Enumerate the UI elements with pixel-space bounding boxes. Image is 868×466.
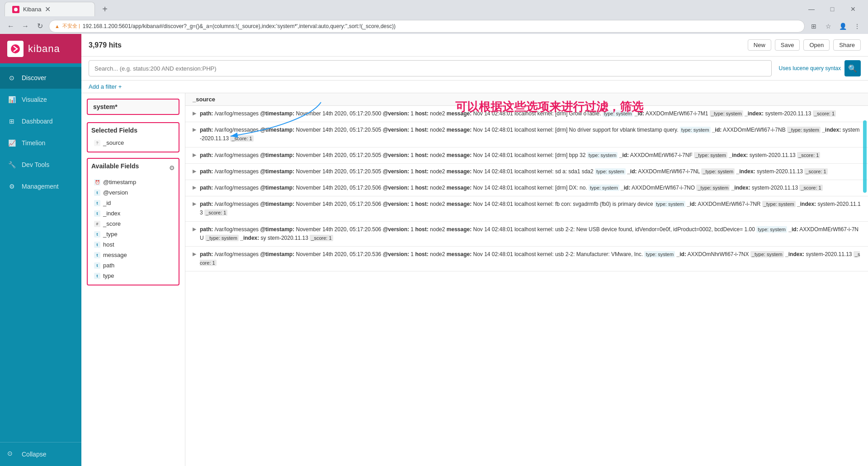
bookmark-button[interactable]: ☆ (823, 21, 834, 32)
field-type-t-icon-id: t (94, 200, 100, 206)
topbar-actions: New Save Open Share (748, 39, 861, 51)
field-item-index[interactable]: t _index (91, 208, 175, 219)
field-name-score: _score (103, 220, 121, 227)
search-button[interactable]: 🔍 (844, 60, 861, 76)
back-button[interactable]: ← (5, 21, 16, 32)
sidebar-item-discover[interactable]: ⊙ Discover (0, 67, 81, 89)
timelion-icon: 📈 (7, 138, 16, 147)
browser-tab[interactable]: Kibana ✕ (5, 2, 95, 16)
minimize-button[interactable]: — (801, 2, 822, 16)
field-item-id[interactable]: t _id (91, 198, 175, 208)
field-type-t-icon-type: t (94, 231, 100, 238)
field-name-host: host (103, 241, 114, 248)
index-pattern-box[interactable]: system* (87, 99, 179, 115)
log-entry-5-header[interactable]: ▶ path: /var/log/messages @timestamp: No… (185, 180, 868, 196)
entry-expand-icon-6[interactable]: ▶ (193, 201, 196, 207)
entry-expand-icon-3[interactable]: ▶ (193, 152, 196, 158)
field-item-version[interactable]: t @version (91, 187, 175, 198)
field-item-source[interactable]: ? _source (91, 138, 175, 148)
sidebar-item-devtools[interactable]: 🔧 Dev Tools (0, 154, 81, 176)
field-item-type2[interactable]: t type (91, 271, 175, 281)
entry-expand-icon-2[interactable]: ▶ (193, 127, 196, 133)
results-panel: 可以根据这些选项来进行过滤，筛选 _source (185, 93, 868, 466)
maximize-button[interactable]: □ (822, 2, 843, 16)
log-entry-8-header[interactable]: ▶ path: /var/log/messages @timestamp: No… (185, 247, 868, 271)
scrollbar-thumb[interactable] (863, 120, 867, 193)
url-bar[interactable]: ▲ 不安全 | 192.168.1.200:5601/app/kibana#/d… (49, 20, 805, 33)
refresh-button[interactable]: ↻ (34, 21, 45, 32)
field-name-type2: type (103, 272, 114, 279)
field-item-host[interactable]: t host (91, 239, 175, 250)
field-name-path: path (103, 262, 114, 269)
index-pattern-text: system* (93, 103, 118, 110)
devtools-icon: 🔧 (7, 160, 16, 169)
log-entry-1-content: path: /var/log/messages @timestamp: Nove… (200, 109, 861, 118)
url-prefix: 不安全 | (62, 23, 80, 29)
collapse-button[interactable]: ⊙ Collapse (7, 450, 74, 459)
field-item-score[interactable]: # _score (91, 219, 175, 229)
log-entry-5: ▶ path: /var/log/messages @timestamp: No… (185, 180, 868, 196)
entry-expand-icon-7[interactable]: ▶ (193, 226, 196, 232)
sidebar-item-timelion[interactable]: 📈 Timelion (0, 132, 81, 154)
main-content: 3,979 hits New Save Open Share Uses luce… (81, 34, 868, 466)
available-fields-header: Available Fields ⚙ (91, 162, 175, 173)
sidebar-bottom: ⊙ Collapse (0, 442, 81, 466)
field-type-t-icon-type2: t (94, 273, 100, 279)
entry-expand-icon-4[interactable]: ▶ (193, 168, 196, 174)
new-tab-button[interactable]: + (99, 3, 111, 15)
available-fields-title: Available Fields (91, 162, 139, 170)
forward-button[interactable]: → (20, 21, 31, 32)
log-entry-6-header[interactable]: ▶ path: /var/log/messages @timestamp: No… (185, 196, 868, 221)
app-container: kibana ⊙ Discover 📊 Visualize ⊞ Dashboar… (0, 34, 868, 466)
field-type-t-icon-index: t (94, 210, 100, 217)
entry-expand-icon-8[interactable]: ▶ (193, 251, 196, 257)
log-entry-2-header[interactable]: ▶ path: /var/log/messages @timestamp: No… (185, 122, 868, 147)
log-entry-4: ▶ path: /var/log/messages @timestamp: No… (185, 164, 868, 180)
browser-chrome: Kibana ✕ + — □ ✕ ← → ↻ ▲ 不安全 | 192.168.1… (0, 0, 868, 34)
available-fields-section: Available Fields ⚙ ⏰ @timestamp t @versi… (87, 158, 179, 285)
entry-expand-icon-1[interactable]: ▶ (193, 110, 196, 116)
sidebar-item-visualize[interactable]: 📊 Visualize (0, 89, 81, 110)
field-item-timestamp[interactable]: ⏰ @timestamp (91, 177, 175, 187)
log-entry-4-header[interactable]: ▶ path: /var/log/messages @timestamp: No… (185, 164, 868, 180)
entry-expand-icon-5[interactable]: ▶ (193, 185, 196, 190)
svg-point-0 (11, 44, 20, 53)
save-button[interactable]: Save (775, 39, 800, 51)
collapse-label: Collapse (22, 451, 46, 458)
tab-close-button[interactable]: ✕ (45, 5, 51, 14)
menu-button[interactable]: ⋮ (852, 21, 863, 32)
sidebar-item-timelion-label: Timelion (22, 139, 45, 147)
log-entry-1-header[interactable]: ▶ path: /var/log/messages @timestamp: No… (185, 106, 868, 122)
sidebar-item-dashboard-label: Dashboard (22, 118, 53, 125)
field-item-type[interactable]: t _type (91, 229, 175, 239)
new-button[interactable]: New (748, 39, 771, 51)
log-entry-3-header[interactable]: ▶ path: /var/log/messages @timestamp: No… (185, 147, 868, 163)
log-entry-3-content: path: /var/log/messages @timestamp: Nove… (200, 151, 861, 160)
field-name-version: @version (103, 189, 128, 196)
field-item-path[interactable]: t path (91, 260, 175, 271)
address-bar: ← → ↻ ▲ 不安全 | 192.168.1.200:5601/app/kib… (0, 18, 868, 34)
visualize-icon: 📊 (7, 95, 16, 104)
profile-button[interactable]: 👤 (837, 21, 848, 32)
add-filter-button[interactable]: Add a filter + (89, 83, 861, 90)
sidebar-item-management[interactable]: ⚙ Management (0, 176, 81, 197)
close-button[interactable]: ✕ (843, 2, 863, 16)
log-entry-7-header[interactable]: ▶ path: /var/log/messages @timestamp: No… (185, 222, 868, 246)
log-entry-8: ▶ path: /var/log/messages @timestamp: No… (185, 247, 868, 271)
sidebar-nav: ⊙ Discover 📊 Visualize ⊞ Dashboard 📈 Tim… (0, 63, 81, 442)
log-entry-6-content: path: /var/log/messages @timestamp: Nove… (200, 200, 861, 217)
field-item-message[interactable]: t message (91, 250, 175, 260)
share-button[interactable]: Share (833, 39, 861, 51)
search-hint[interactable]: Uses lucene query syntax (779, 65, 841, 71)
kibana-favicon (12, 6, 19, 13)
sidebar-item-dashboard[interactable]: ⊞ Dashboard (0, 110, 81, 132)
sidebar-item-visualize-label: Visualize (22, 96, 47, 103)
field-name-id: _id (103, 200, 111, 206)
log-entry-3: ▶ path: /var/log/messages @timestamp: No… (185, 147, 868, 164)
open-button[interactable]: Open (803, 39, 830, 51)
search-input-wrap (89, 60, 772, 76)
search-input[interactable] (89, 60, 772, 76)
log-entry-4-content: path: /var/log/messages @timestamp: Nove… (200, 167, 861, 176)
extensions-button[interactable]: ⊞ (808, 21, 819, 32)
settings-icon[interactable]: ⚙ (169, 164, 175, 171)
